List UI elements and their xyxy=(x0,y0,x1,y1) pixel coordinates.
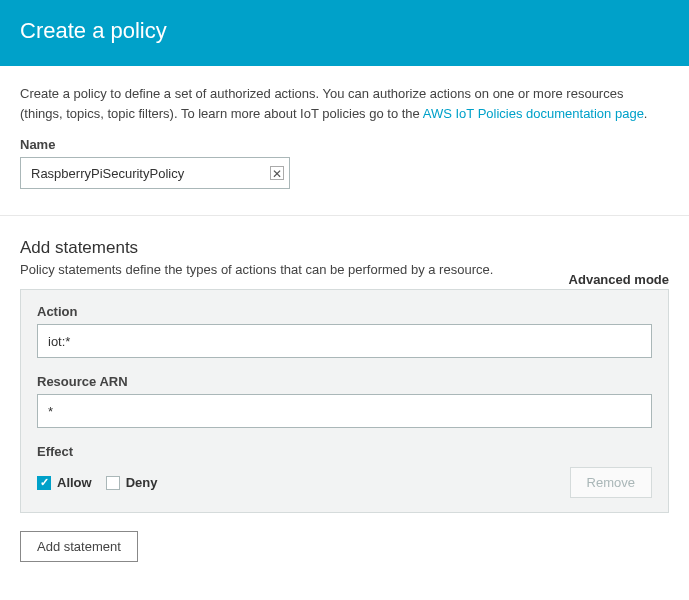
effect-checks: ✓ Allow ✓ Deny xyxy=(37,475,157,490)
effect-label: Effect xyxy=(37,444,652,459)
name-label: Name xyxy=(20,137,669,152)
checkbox-box: ✓ xyxy=(37,476,51,490)
action-label: Action xyxy=(37,304,652,319)
resource-arn-input[interactable] xyxy=(37,394,652,428)
statements-section: Add statements Policy statements define … xyxy=(0,216,689,572)
remove-statement-button[interactable]: Remove xyxy=(570,467,652,498)
check-icon: ✓ xyxy=(40,477,49,488)
page-header: Create a policy xyxy=(0,0,689,66)
allow-label: Allow xyxy=(57,475,92,490)
name-input[interactable] xyxy=(20,157,290,189)
resource-arn-label: Resource ARN xyxy=(37,374,652,389)
name-input-wrap: ✕ xyxy=(20,157,290,189)
intro-section: Create a policy to define a set of autho… xyxy=(0,66,689,199)
deny-label: Deny xyxy=(126,475,158,490)
docs-link[interactable]: AWS IoT Policies documentation page xyxy=(423,106,644,121)
page-title: Create a policy xyxy=(20,18,669,44)
statement-box: Action Resource ARN Effect ✓ Allow ✓ Den… xyxy=(20,289,669,513)
intro-text-after: . xyxy=(644,106,648,121)
action-input[interactable] xyxy=(37,324,652,358)
statements-heading: Add statements xyxy=(20,238,493,258)
deny-checkbox[interactable]: ✓ Deny xyxy=(106,475,158,490)
checkbox-box: ✓ xyxy=(106,476,120,490)
advanced-mode-link[interactable]: Advanced mode xyxy=(569,272,669,289)
statements-description: Policy statements define the types of ac… xyxy=(20,262,493,277)
add-statement-button[interactable]: Add statement xyxy=(20,531,138,562)
allow-checkbox[interactable]: ✓ Allow xyxy=(37,475,92,490)
clear-name-icon[interactable]: ✕ xyxy=(270,166,284,180)
intro-text: Create a policy to define a set of autho… xyxy=(20,84,669,123)
